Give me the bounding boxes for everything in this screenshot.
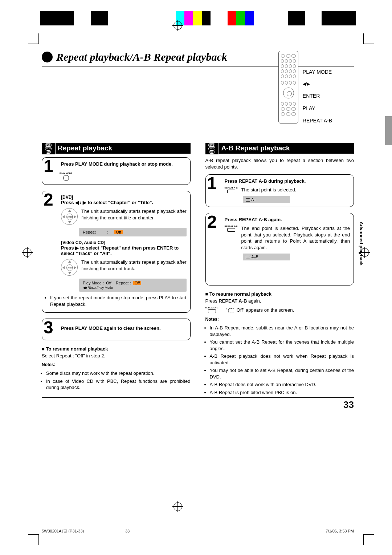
footer: 5W30201A [E] (P31-33) 33 7/1/06, 3:58 PM — [42, 529, 354, 533]
resume-body-right: Press REPEAT A-B again. — [205, 298, 354, 304]
remote-label-arrows: ◀ / ▶ — [303, 81, 332, 86]
section-title-left: Repeat playback — [58, 144, 112, 152]
repeat-ab-icon: REPEAT A-B — [225, 225, 238, 232]
off-osd-icon — [228, 308, 234, 312]
remote-label-enter: ENTER — [303, 93, 332, 99]
title-bullet-icon — [42, 52, 53, 62]
note-item: Some discs may not work with the repeat … — [46, 370, 191, 377]
section-tab — [385, 116, 392, 145]
section-title-right: A-B Repeat playback — [221, 144, 290, 152]
crop-mark — [28, 534, 39, 545]
remote-label-play: PLAY — [303, 105, 332, 111]
disc-badge-icon: DVDVCDCD — [205, 143, 219, 154]
ab-intro: A-B repeat playback allows you to repeat… — [205, 157, 354, 170]
note-item: A-B Repeat does not work with an interac… — [210, 381, 354, 388]
step-3-left: 3 Press PLAY MODE again to clear the scr… — [42, 319, 191, 340]
off-indicator-line: REPEAT A-B " Off" appears on the screen. — [205, 307, 354, 313]
page-title: Repeat playback/A-B Repeat playback — [56, 51, 227, 63]
step-2-right: 2 Press REPEAT A-B again. REPEAT A-B The… — [205, 213, 354, 285]
resume-heading-left: To resume normal playback — [42, 346, 191, 352]
section-header-ab: DVDVCDCD A-B Repeat playback — [205, 143, 354, 154]
note-item: In case of Video CD with PBC, Repeat fun… — [46, 378, 191, 391]
step-1-left: 1 Press PLAY MODE during playback or sto… — [42, 157, 191, 185]
side-label: Advanced playback — [359, 222, 364, 266]
section-header-repeat: DVDVCDCD Repeat playback — [42, 143, 191, 154]
footer-left: 5W30201A [E] (P31-33) — [42, 529, 84, 533]
note-item: You cannot set the A-B Repeat for the sc… — [210, 339, 354, 352]
step-1-right: 1 Press REPEAT A-B during playback. REPE… — [205, 174, 354, 207]
crop-mark — [363, 33, 374, 44]
play-mode-icon: PLAY MODE — [60, 172, 72, 181]
nav-wheel-icon: ENTER — [61, 208, 78, 225]
resume-heading-right: To resume normal playback — [205, 291, 354, 297]
notes-heading-right: Notes: — [205, 317, 354, 322]
osd-playmode: Play Mode : Off Repeat : Off ◀▶/Enter/Pl… — [79, 279, 187, 292]
disc-badge-icon: DVDVCDCD — [42, 143, 56, 154]
footer-mid: 33 — [125, 529, 130, 533]
crop-mark — [28, 33, 39, 44]
registration-mark-top — [172, 20, 183, 31]
notes-heading-left: Notes: — [42, 362, 191, 367]
osd-a: A– — [243, 196, 290, 203]
repeat-ab-icon: REPEAT A-B — [205, 307, 219, 313]
registration-mark-bottom — [172, 501, 183, 512]
crop-mark — [363, 534, 374, 545]
note-item: A-B Repeat is prohibited when PBC is on. — [210, 389, 354, 396]
step-2-left: 2 [DVD] Press ◀ / ▶ to select "Chapter" … — [42, 191, 191, 313]
footer-right: 7/1/06, 3:58 PM — [326, 529, 354, 533]
nav-wheel-icon: ENTER — [61, 259, 78, 276]
osd-repeat-off: Repeat : Off — [79, 228, 187, 236]
remote-icon — [278, 51, 298, 123]
print-color-bar — [40, 11, 356, 25]
note-item: A-B Repeat playback does not work when R… — [210, 353, 354, 366]
remote-label-repeatab: REPEAT A-B — [303, 118, 332, 123]
repeat-ab-icon: REPEAT A-B — [225, 187, 238, 193]
note-item: You may not be able to set A-B Repeat, d… — [210, 367, 354, 380]
osd-ab: A–B — [243, 254, 290, 260]
registration-mark-left — [22, 247, 33, 258]
note-item: If you set the repeat mode during stop m… — [50, 295, 187, 307]
remote-label-playmode: PLAY MODE — [303, 69, 332, 75]
page-number: 33 — [42, 397, 354, 410]
remote-diagram: PLAY MODE ◀ / ▶ ENTER PLAY REPEAT A-B — [278, 51, 332, 123]
resume-body-left: Select Repeat : "Off" in step 2. — [42, 353, 191, 358]
note-item: In A-B Repeat mode, subtitles near the A… — [210, 325, 354, 337]
